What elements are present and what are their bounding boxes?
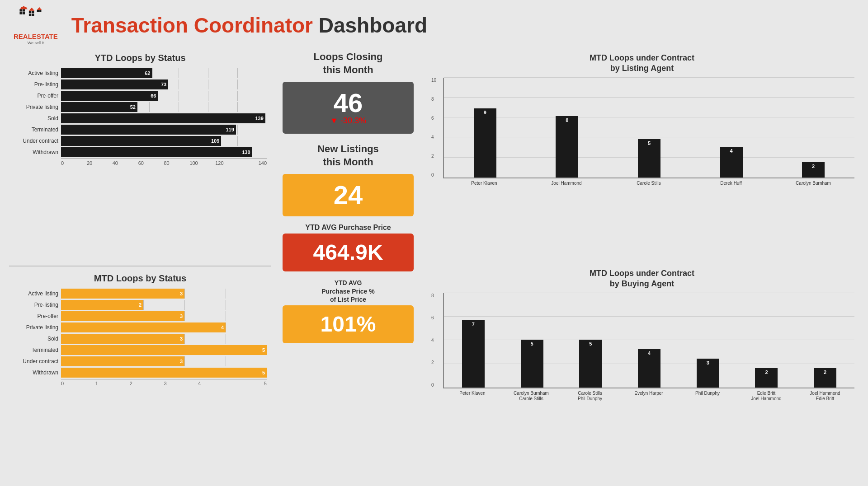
v-bar-group: 8 — [526, 78, 609, 178]
x-label-line: Carolyn Burnham — [772, 181, 854, 186]
bar-fill: 5 — [61, 368, 267, 378]
x-sublabel: Joel Hammond — [737, 396, 796, 402]
x-tick: 100 — [189, 160, 215, 166]
x-tick: 80 — [164, 160, 190, 166]
bar-value: 5 — [262, 370, 265, 375]
bar-outer: 62 — [61, 68, 267, 78]
x-label-line: Carolyn Burnham — [502, 391, 561, 396]
bar-outer: 3 — [61, 356, 267, 366]
avg-purchase-value: 464.9K — [292, 242, 405, 263]
x-tick: 140 — [241, 160, 267, 166]
bar-outer: 130 — [61, 147, 267, 157]
x-tick: 40 — [113, 160, 138, 166]
x-axis: 012345 — [61, 379, 267, 386]
avg-purchase-card: 464.9K — [283, 234, 414, 271]
buying-agent-title: MTD Loops under Contractby Buying Agent — [429, 268, 854, 290]
loops-closing-card: 46 ▼ -30.3% — [283, 82, 414, 134]
x-tick: 20 — [87, 160, 113, 166]
loops-closing-heading: Loops Closingthis Month — [314, 51, 383, 76]
v-bar: 3 — [697, 359, 719, 388]
x-label-line: Peter Klaven — [443, 391, 502, 396]
x-labels: Peter KlavenJoel HammondCarole StillsDer… — [443, 178, 854, 186]
v-bar-value: 4 — [648, 349, 651, 356]
x-tick: 0 — [61, 381, 95, 386]
v-bar-group: 5 — [608, 78, 690, 178]
title-dark: Dashboard — [319, 14, 427, 37]
bar-fill: 3 — [61, 334, 184, 344]
bar-value: 119 — [226, 127, 234, 132]
v-bar: 4 — [638, 349, 660, 388]
bar-row: Withdrawn5 — [14, 368, 267, 378]
svg-rect-1 — [23, 9, 25, 11]
bar-row: Private listing4 — [14, 322, 267, 332]
x-label-line: Evelyn Harper — [619, 391, 678, 396]
x-axis: 020406080100120140 — [61, 159, 267, 166]
loops-closing-value: 46 — [292, 90, 405, 116]
bar-value: 3 — [180, 359, 183, 364]
bar-label: Pre-offer — [14, 313, 61, 319]
bar-row: Active listing3 — [14, 289, 267, 299]
bar-value: 2 — [139, 302, 142, 308]
y-tick: 0 — [431, 173, 436, 178]
y-tick: 0 — [431, 383, 434, 388]
loops-closing-change: ▼ -30.3% — [292, 116, 405, 126]
bar-outer: 52 — [61, 102, 267, 112]
bar-label: Pre-listing — [14, 81, 61, 88]
bar-value: 62 — [145, 70, 150, 76]
bar-fill: 5 — [61, 345, 267, 355]
x-label-line: Derek Huff — [690, 181, 772, 186]
v-bar-value: 5 — [589, 340, 592, 346]
v-bar-value: 5 — [531, 340, 533, 346]
bar-fill: 3 — [61, 356, 184, 366]
mtd-chart-title: MTD Loops by Status — [9, 273, 271, 284]
v-bar-value: 2 — [824, 368, 826, 375]
v-bar: 8 — [556, 116, 578, 178]
bar-outer: 5 — [61, 368, 267, 378]
bar-row: Pre-listing73 — [14, 79, 267, 89]
avg-purchase-label: YTD AVG Purchase Price — [305, 224, 391, 232]
y-tick: 8 — [431, 293, 434, 298]
bar-label: Withdrawn — [14, 369, 61, 376]
bar-outer: 66 — [61, 91, 267, 101]
ytd-bar-chart: Active listing62Pre-listing73Pre-offer66… — [9, 67, 271, 166]
x-label: Peter Klaven — [443, 391, 502, 402]
bar-fill: 4 — [61, 322, 226, 332]
v-bar: 9 — [474, 108, 496, 178]
v-bar-group: 5 — [503, 293, 561, 388]
bar-outer: 109 — [61, 136, 267, 146]
x-label-line: Peter Klaven — [443, 181, 525, 186]
bar-label: Sold — [14, 336, 61, 342]
bar-value: 3 — [180, 313, 183, 319]
v-bar-value: 9 — [484, 108, 486, 115]
bar-outer: 139 — [61, 113, 267, 123]
main-content: YTD Loops by Status Active listing62Pre-… — [0, 51, 868, 486]
svg-marker-13 — [37, 7, 42, 10]
svg-rect-2 — [19, 12, 22, 14]
bar-outer: 3 — [61, 289, 267, 299]
avg-pct-card: 101% — [283, 305, 414, 343]
y-tick: 6 — [431, 315, 434, 320]
v-bar-value: 3 — [707, 359, 709, 365]
bar-outer: 4 — [61, 322, 267, 332]
v-bar: 5 — [521, 340, 543, 388]
buying-agent-chart: MTD Loops under Contractby Buying Agent … — [425, 266, 859, 481]
bar-value: 73 — [161, 82, 166, 87]
x-sublabel: Edie Britt — [796, 396, 854, 402]
bar-value: 4 — [221, 325, 224, 330]
new-listings-value: 24 — [292, 182, 405, 208]
avg-pct-label: YTD AVGPurchase Price %of List Price — [321, 279, 375, 304]
logo-area: REALESTATE We sell it — [14, 5, 58, 45]
chart-area: 024687554322 — [443, 293, 854, 388]
bar-row: Terminated119 — [14, 125, 267, 135]
x-label: Derek Huff — [690, 181, 772, 186]
bar-fill: 130 — [61, 147, 252, 157]
logo-sub: We sell it — [28, 41, 44, 45]
x-label: Joel HammondEdie Britt — [796, 391, 854, 402]
v-bar-group: 2 — [796, 293, 854, 388]
bar-outer: 3 — [61, 334, 267, 344]
x-tick: 5 — [232, 381, 267, 386]
chart-area: 024681098542 — [443, 78, 854, 178]
svg-rect-7 — [32, 11, 34, 13]
svg-rect-8 — [29, 14, 31, 16]
ytd-chart-title: YTD Loops by Status — [9, 53, 271, 63]
